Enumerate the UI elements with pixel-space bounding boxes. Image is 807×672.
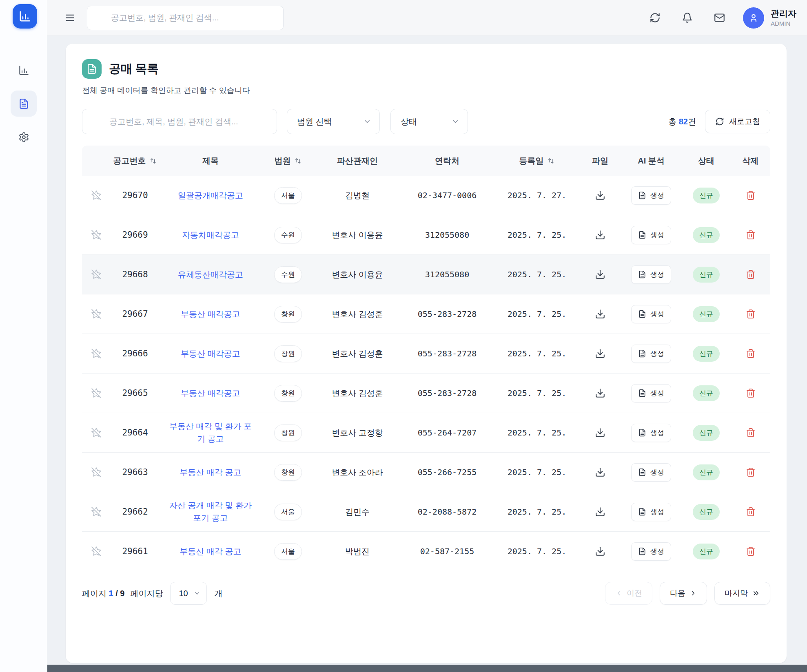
ai-generate-button[interactable]: 생성 bbox=[631, 265, 671, 284]
column-header-label: 법원 bbox=[275, 155, 291, 166]
ai-generate-button[interactable]: 생성 bbox=[631, 226, 671, 244]
sidebar-item-dashboard[interactable] bbox=[11, 57, 37, 83]
download-icon[interactable] bbox=[595, 546, 605, 557]
trash-icon[interactable] bbox=[746, 190, 756, 200]
ai-generate-button[interactable]: 생성 bbox=[631, 345, 671, 363]
download-icon[interactable] bbox=[595, 309, 605, 319]
next-page-button[interactable]: 다음 bbox=[660, 582, 707, 605]
column-header[interactable]: 등록일 bbox=[494, 155, 580, 166]
file-text-icon bbox=[86, 64, 97, 74]
court-badge: 서울 bbox=[274, 504, 302, 520]
trash-icon[interactable] bbox=[746, 507, 756, 517]
star-off-icon[interactable] bbox=[91, 230, 102, 240]
star-off-icon[interactable] bbox=[91, 309, 102, 319]
download-icon[interactable] bbox=[595, 467, 605, 477]
trustee-name: 변호사 김성훈 bbox=[315, 348, 400, 359]
announcement-number: 29661 bbox=[111, 546, 160, 556]
sort-arrows-icon[interactable] bbox=[547, 157, 555, 165]
refresh-button[interactable]: 새로고침 bbox=[705, 110, 770, 133]
star-off-icon[interactable] bbox=[91, 506, 102, 517]
announcement-number: 29668 bbox=[111, 270, 160, 279]
registered-date: 2025. 7. 27. bbox=[494, 190, 580, 200]
announcement-title-link[interactable]: 유체동산매각공고 bbox=[178, 268, 243, 281]
ai-generate-label: 생성 bbox=[650, 349, 664, 358]
trash-icon[interactable] bbox=[746, 467, 756, 477]
column-header-label: 공고번호 bbox=[113, 155, 146, 166]
menu-icon[interactable] bbox=[64, 12, 75, 23]
download-icon[interactable] bbox=[595, 269, 605, 280]
trash-icon[interactable] bbox=[746, 309, 756, 319]
ai-generate-button[interactable]: 생성 bbox=[631, 186, 671, 205]
download-icon[interactable] bbox=[595, 506, 605, 517]
announcement-title-link[interactable]: 부동산 매각 공고 bbox=[180, 466, 241, 479]
announcement-number: 29670 bbox=[111, 190, 160, 200]
announcement-title-link[interactable]: 부동산 매각공고 bbox=[181, 308, 240, 321]
user-role: ADMIN bbox=[771, 20, 796, 27]
ai-generate-button[interactable]: 생성 bbox=[631, 305, 671, 323]
trash-icon[interactable] bbox=[746, 270, 756, 279]
refresh-icon[interactable] bbox=[650, 12, 661, 23]
sidebar-item-settings[interactable] bbox=[11, 124, 37, 150]
global-search-input[interactable] bbox=[87, 6, 284, 30]
last-page-button[interactable]: 마지막 bbox=[714, 582, 770, 605]
bell-icon[interactable] bbox=[682, 12, 693, 23]
ai-generate-label: 생성 bbox=[650, 428, 664, 438]
ai-generate-button[interactable]: 생성 bbox=[631, 424, 671, 442]
user-avatar[interactable] bbox=[743, 7, 764, 29]
ai-generate-label: 생성 bbox=[650, 507, 664, 517]
refresh-icon bbox=[715, 117, 724, 126]
star-off-icon[interactable] bbox=[91, 427, 102, 438]
trash-icon[interactable] bbox=[746, 546, 756, 556]
star-off-icon[interactable] bbox=[91, 467, 102, 477]
ai-generate-button[interactable]: 생성 bbox=[631, 503, 671, 521]
star-off-icon[interactable] bbox=[91, 546, 102, 557]
trash-icon[interactable] bbox=[746, 230, 756, 240]
gear-icon bbox=[18, 132, 29, 143]
ai-generate-button[interactable]: 생성 bbox=[631, 542, 671, 561]
mail-icon[interactable] bbox=[714, 12, 725, 23]
trash-icon[interactable] bbox=[746, 388, 756, 398]
star-off-icon[interactable] bbox=[91, 388, 102, 398]
announcement-title-link[interactable]: 부동산 매각 공고 bbox=[180, 545, 241, 558]
column-header[interactable]: 법원 bbox=[262, 155, 315, 166]
announcement-title-link[interactable]: 부동산 매각공고 bbox=[181, 347, 240, 360]
sidebar-item-auction-list[interactable] bbox=[11, 91, 37, 117]
ai-generate-button[interactable]: 생성 bbox=[631, 463, 671, 482]
table-search-input[interactable] bbox=[82, 109, 277, 134]
announcement-title-link[interactable]: 자산 공개 매각 및 환가 포기 공고 bbox=[169, 499, 253, 524]
announcement-title-link[interactable]: 일괄공개매각공고 bbox=[178, 189, 243, 202]
download-icon[interactable] bbox=[595, 388, 605, 398]
trash-icon[interactable] bbox=[746, 349, 756, 358]
chevron-right-icon bbox=[689, 590, 697, 597]
sort-arrows-icon[interactable] bbox=[149, 157, 157, 165]
prev-page-button[interactable]: 이전 bbox=[605, 582, 652, 605]
court-badge: 창원 bbox=[274, 424, 302, 441]
trash-icon[interactable] bbox=[746, 428, 756, 438]
announcement-number: 29664 bbox=[111, 428, 160, 438]
list-header-icon bbox=[82, 59, 102, 79]
per-page-select[interactable]: 10 bbox=[170, 582, 207, 605]
download-icon[interactable] bbox=[595, 230, 605, 240]
column-header[interactable]: 공고번호 bbox=[111, 155, 160, 166]
download-icon[interactable] bbox=[595, 348, 605, 359]
download-icon[interactable] bbox=[595, 190, 605, 201]
download-icon[interactable] bbox=[595, 427, 605, 438]
page-subtitle: 전체 공매 데이터를 확인하고 관리할 수 있습니다 bbox=[82, 85, 770, 96]
file-text-icon bbox=[638, 349, 646, 358]
file-text-icon bbox=[638, 310, 646, 318]
announcement-title-link[interactable]: 자동차매각공고 bbox=[182, 229, 239, 241]
star-off-icon[interactable] bbox=[91, 190, 102, 201]
star-off-icon[interactable] bbox=[91, 269, 102, 280]
sort-arrows-icon[interactable] bbox=[294, 157, 302, 165]
court-select[interactable]: 법원 선택 bbox=[287, 109, 380, 134]
main-content: 공매 목록 전체 공매 데이터를 확인하고 관리할 수 있습니다 법원 선택 상… bbox=[47, 36, 807, 665]
current-page: 1 bbox=[109, 589, 113, 598]
status-select[interactable]: 상태 bbox=[390, 109, 468, 134]
app-logo[interactable] bbox=[13, 4, 37, 29]
prev-page-label: 이전 bbox=[627, 588, 642, 599]
ai-generate-button[interactable]: 생성 bbox=[631, 384, 671, 402]
star-off-icon[interactable] bbox=[91, 348, 102, 359]
registered-date: 2025. 7. 25. bbox=[494, 546, 580, 556]
announcement-title-link[interactable]: 부동산 매각공고 bbox=[181, 387, 240, 400]
announcement-title-link[interactable]: 부동산 매각 및 환가 포기 공고 bbox=[169, 420, 253, 445]
